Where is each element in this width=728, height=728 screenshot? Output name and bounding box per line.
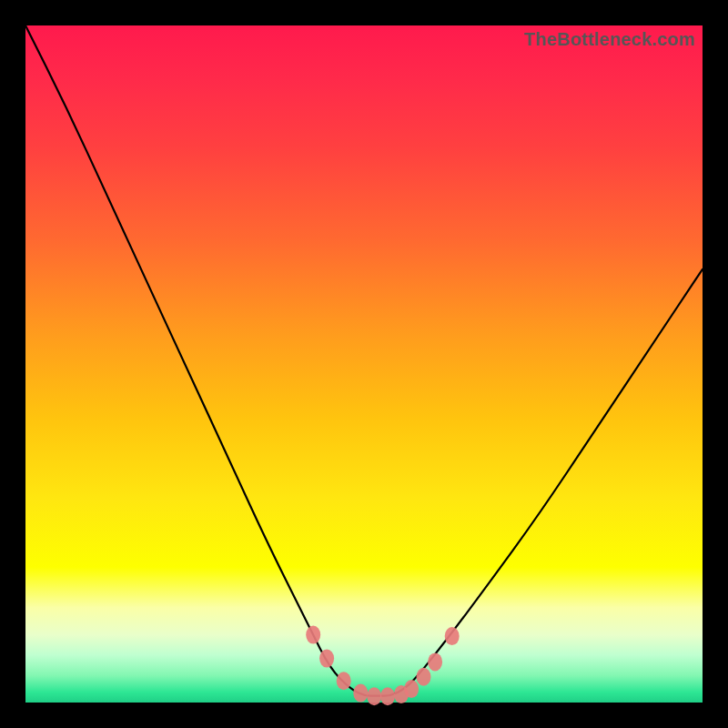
curve-layer <box>25 25 703 703</box>
marker-dot <box>417 668 431 686</box>
marker-dot <box>404 680 419 698</box>
marker-dot <box>367 687 381 705</box>
marker-dot <box>380 687 395 705</box>
marker-group <box>306 626 460 706</box>
marker-dot <box>428 652 442 671</box>
marker-dot <box>306 626 320 644</box>
plot-area: TheBottleneck.com <box>25 25 703 703</box>
chart-frame: TheBottleneck.com <box>0 0 728 728</box>
marker-dot <box>445 627 460 645</box>
marker-dot <box>319 650 334 668</box>
marker-dot <box>353 684 368 703</box>
marker-dot <box>337 672 351 690</box>
bottleneck-curve-path <box>25 25 703 696</box>
